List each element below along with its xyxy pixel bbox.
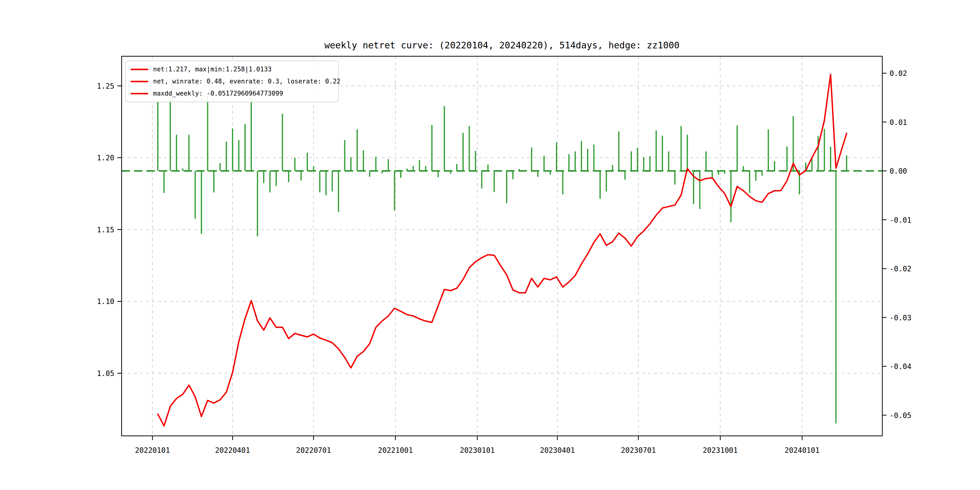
plot-frame [122,56,882,436]
return-bar [830,146,831,171]
return-bar [600,171,601,199]
return-bar [438,171,439,177]
return-bar [220,163,221,171]
return-bar [531,148,532,171]
return-bar [612,165,613,171]
return-bar [182,169,183,171]
return-bar [818,136,819,171]
return-bar [562,171,563,194]
return-bar [786,146,788,171]
return-bar [643,157,644,171]
return-bar [519,169,520,171]
right-axis-tick-label: 0.01 [889,118,907,127]
right-axis-tick-label: 0.02 [889,69,907,78]
x-axis-tick-label: 20221001 [378,446,413,455]
right-axis-tick-label: -0.04 [889,362,912,371]
x-axis-tick-label: 20240101 [784,446,820,455]
return-bar [412,166,414,171]
return-bar [419,160,420,171]
right-axis-tick-label: -0.01 [889,216,912,224]
return-bar [762,171,763,176]
return-bar [450,171,451,174]
return-bar [375,157,377,171]
return-bar [575,151,576,171]
right-axis-tick-label: -0.05 [889,411,912,420]
return-bar [213,171,215,192]
x-axis-tick-label: 20230701 [621,446,656,455]
return-bar [512,171,514,179]
return-bar [730,171,732,222]
left-axis-tick-label: 1.10 [97,298,115,306]
return-bar [835,171,837,423]
right-axis-tick-label: -0.03 [889,313,912,322]
chart-legend: net:1.217, max|min:1.258|1.0133 net, win… [125,60,339,102]
return-bar [475,151,476,171]
return-bar [407,169,408,171]
left-axis-tick-label: 1.05 [97,369,115,378]
x-axis-tick-label: 20220701 [296,446,331,455]
return-bar [431,125,433,171]
left-axis-tick-label: 1.20 [97,154,115,162]
return-bar [768,129,769,171]
return-bar [724,171,725,174]
return-bar [587,149,588,171]
return-bar [282,114,283,171]
return-bar [263,171,264,183]
return-bar [294,158,296,171]
return-bar [743,166,744,171]
return-bar [425,166,426,171]
return-bar [463,133,464,171]
left-axis-tick-label: 1.15 [97,226,115,234]
return-bar [655,130,657,171]
return-bar [275,171,277,186]
return-bar [737,126,738,171]
chart-title: weekly netret curve: (20220104, 20240220… [122,40,882,51]
return-bar [456,164,457,171]
return-bar [232,129,233,171]
return-bar [325,171,327,196]
return-bar [319,171,320,192]
x-axis-tick-label: 20220401 [215,446,250,455]
return-bar [244,124,246,171]
return-bar [618,131,619,171]
return-bar [649,156,651,171]
x-axis-tick-label: 20231001 [703,446,738,455]
return-bar [350,157,352,171]
return-bar [356,129,358,171]
netret-chart-figure: 1.251.201.151.101.050.020.010.00-0.01-0.… [0,0,980,490]
return-bar [556,142,557,171]
return-bar [681,126,682,171]
return-bar [257,171,258,236]
return-bar [624,171,625,180]
legend-row-net: net:1.217, max|min:1.258|1.0133 [130,65,333,74]
x-axis-tick-label: 20220101 [135,446,170,455]
return-bar [749,171,750,193]
return-bar [487,165,488,171]
right-axis-tick-label: -0.02 [889,265,912,273]
return-bar [207,96,208,171]
return-bar [593,145,594,171]
return-bar [170,92,171,171]
return-bar [774,161,775,171]
return-bar [369,171,370,177]
x-axis-tick-label: 20230101 [460,446,495,455]
return-bar [313,167,314,171]
legend-label-maxdd: maxdd_weekly: -0.05172960964773099 [153,90,283,97]
return-bar [581,141,582,171]
return-bar [300,171,302,181]
legend-label-winrate: net, winrate: 0.48, evenrate: 0.3, loser… [153,78,340,85]
legend-label-net: net:1.217, max|min:1.258|1.0133 [153,66,272,73]
return-bar [699,171,700,209]
return-bar [637,148,638,171]
weekly-return-bars [157,80,847,423]
return-bar [687,135,688,171]
red-line-swatch-icon [130,93,148,94]
return-bar [705,151,706,171]
return-bar [469,126,470,171]
return-bar [544,156,545,171]
return-bar [157,101,159,171]
return-bar [176,135,177,171]
return-bar [269,171,271,192]
return-bar [163,171,165,193]
return-bar [537,171,538,177]
